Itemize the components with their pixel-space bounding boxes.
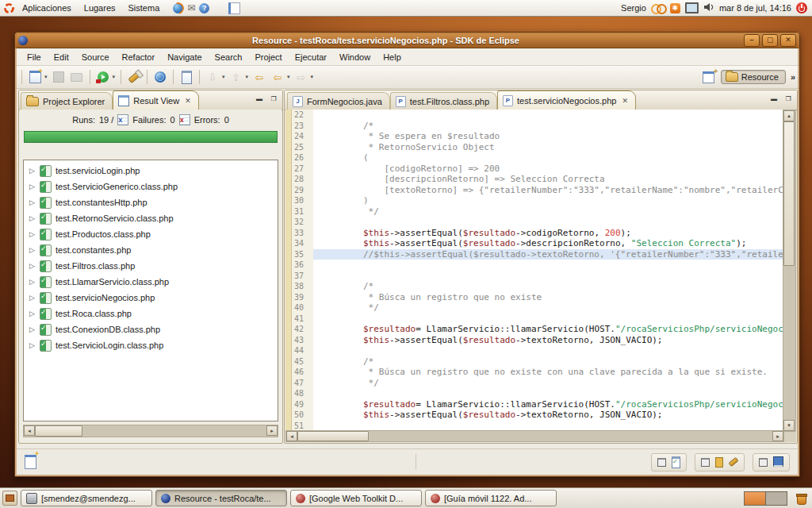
menu-search[interactable]: Search: [209, 50, 248, 64]
mail-icon[interactable]: ✉: [187, 3, 195, 13]
menu-help[interactable]: Help: [377, 50, 407, 64]
test-item[interactable]: ▷test.Roca.class.php: [24, 306, 278, 321]
test-item[interactable]: ▷test.RetornoServicio.class.php: [24, 210, 278, 226]
code-line[interactable]: 45 /*: [292, 356, 784, 368]
user-switcher-icon[interactable]: [651, 3, 665, 13]
expander-icon[interactable]: ▷: [29, 183, 36, 190]
code-line[interactable]: 29 [textoRetorno] => {"retailerNumber":"…: [292, 185, 784, 196]
quit-icon[interactable]: [796, 2, 807, 13]
editor-minimize-icon[interactable]: ▬: [768, 94, 779, 105]
editor-vscrollbar[interactable]: ▴ ▾: [783, 110, 796, 432]
code-line[interactable]: 36: [292, 260, 784, 271]
volume-icon[interactable]: [703, 2, 714, 13]
expander-icon[interactable]: ▷: [29, 294, 36, 302]
code-line[interactable]: 39 * Búsca un registro que no existe: [292, 292, 784, 303]
menu-project[interactable]: Project: [249, 50, 287, 64]
taskbar-window-button[interactable]: [Guía móvil 1122. Ad...: [425, 490, 557, 506]
view-maximize-icon[interactable]: ❒: [268, 94, 279, 105]
test-item[interactable]: ▷test.constantes.php: [24, 242, 278, 258]
close-button[interactable]: ✕: [780, 34, 796, 47]
code-line[interactable]: 33 $this->assertEqual($resultado->codigo…: [292, 228, 784, 239]
expander-icon[interactable]: ▷: [29, 167, 36, 175]
code-line[interactable]: 51: [292, 421, 784, 432]
code-line[interactable]: 24 * Se espera en $resultado: [292, 131, 784, 142]
expander-icon[interactable]: ▷: [29, 230, 36, 238]
code-line[interactable]: 46 * Búsca un registro que no existe con…: [292, 367, 784, 378]
code-line[interactable]: 25 * RetornoServicio Object: [292, 142, 784, 153]
expander-icon[interactable]: ▷: [29, 262, 36, 270]
save-icon[interactable]: [52, 70, 66, 84]
back-history-icon[interactable]: ⇦: [270, 70, 285, 84]
menu-source[interactable]: Source: [76, 50, 115, 64]
back-icon[interactable]: ⇦: [252, 70, 266, 84]
expander-icon[interactable]: ▷: [29, 198, 36, 206]
code-area[interactable]: 2223 /*24 * Se espera en $resultado25 * …: [292, 110, 784, 432]
code-line[interactable]: 23 /*: [292, 121, 784, 132]
minimize-button[interactable]: –: [744, 34, 760, 47]
perspective-resource-button[interactable]: Resource: [721, 70, 786, 84]
search-view-shortcut[interactable]: [695, 453, 745, 471]
code-line[interactable]: 41: [292, 314, 784, 325]
open-perspective-icon[interactable]: [702, 70, 716, 84]
code-line[interactable]: 40 */: [292, 302, 784, 314]
show-desktop-icon[interactable]: [2, 491, 17, 506]
last-edit-down-icon[interactable]: ⇩: [205, 70, 220, 84]
expander-icon[interactable]: ▷: [29, 278, 36, 286]
menu-window[interactable]: Window: [334, 50, 376, 64]
code-line[interactable]: 42 $resultado= LlamarServicio::llamarSer…: [292, 324, 784, 335]
menu-edit[interactable]: Edit: [48, 50, 75, 64]
help-icon[interactable]: ?: [199, 3, 209, 13]
forward-icon[interactable]: ⇨: [294, 70, 308, 84]
code-line[interactable]: 50 $this->assertEqual($resultado->textoR…: [292, 410, 784, 421]
console-view-shortcut[interactable]: [753, 453, 790, 471]
search-icon[interactable]: [127, 70, 141, 84]
test-item[interactable]: ▷test.LlamarServicio.class.php: [24, 274, 278, 290]
code-line[interactable]: 34 $this->assertEqual($resultado->descri…: [292, 238, 784, 249]
menu-navigate[interactable]: Navigate: [162, 50, 207, 64]
menu-aplicaciones[interactable]: Aplicaciones: [17, 2, 77, 14]
code-line[interactable]: 48: [292, 388, 784, 399]
maximize-button[interactable]: ▢: [762, 34, 778, 47]
fast-view-icon[interactable]: [25, 455, 36, 469]
editor-tab-formnegocios-java[interactable]: JFormNegocios.java: [287, 92, 390, 110]
code-line[interactable]: 30 ): [292, 195, 784, 206]
menu-sistema[interactable]: Sistema: [123, 2, 166, 14]
code-line[interactable]: 37: [292, 271, 784, 282]
code-line[interactable]: 43 $this->assertEqual($resultado->textoR…: [292, 335, 784, 346]
test-item[interactable]: ▷test.servicioNegocios.php: [24, 290, 278, 306]
menu-lugares[interactable]: Lugares: [79, 2, 121, 14]
menu-refactor[interactable]: Refactor: [117, 50, 161, 64]
test-item[interactable]: ▷test.ServicioGenerico.class.php: [24, 179, 278, 194]
code-line[interactable]: 27 [codigoRetorno] => 200: [292, 164, 784, 175]
firefox-icon[interactable]: [173, 3, 183, 13]
test-item[interactable]: ▷test.ConexionDB.class.php: [24, 321, 278, 337]
code-line[interactable]: 49 $resultado= LlamarServicio::llamarSer…: [292, 399, 784, 410]
code-line[interactable]: 26 (: [292, 152, 784, 164]
taskbar-window-button[interactable]: Resource - testRoca/te...: [155, 490, 287, 506]
expander-icon[interactable]: ▷: [29, 214, 36, 222]
taskbar-window-button[interactable]: [smendez@smendezg...: [21, 490, 152, 506]
code-line[interactable]: 32: [292, 217, 784, 228]
web-browser-icon[interactable]: [153, 70, 167, 84]
view-tab-result-view[interactable]: Result View✕: [113, 90, 198, 110]
update-manager-icon[interactable]: ✱: [670, 3, 680, 13]
display-icon[interactable]: [685, 2, 699, 13]
perspective-more-chevron[interactable]: »: [791, 72, 795, 82]
annotation-ruler[interactable]: [285, 110, 292, 432]
test-item[interactable]: ▷test.constantesHttp.php: [24, 194, 278, 210]
view-minimize-icon[interactable]: ▬: [254, 94, 265, 105]
last-edit-up-icon[interactable]: ⇧: [229, 70, 243, 84]
user-name[interactable]: Sergio: [621, 3, 646, 13]
ubuntu-logo-icon[interactable]: [3, 2, 15, 14]
code-line[interactable]: 44: [292, 345, 784, 356]
workspace-1[interactable]: [745, 492, 765, 505]
workspace-2[interactable]: [765, 492, 787, 505]
expander-icon[interactable]: ▷: [29, 246, 36, 254]
test-item[interactable]: ▷test.ServicioLogin.class.php: [24, 337, 278, 353]
test-item[interactable]: ▷test.servicioLogin.php: [24, 163, 278, 179]
close-tab-icon[interactable]: ✕: [622, 97, 628, 105]
clock[interactable]: mar 8 de jul, 14:16: [719, 3, 791, 13]
view-tab-project-explorer[interactable]: Project Explorer: [21, 92, 113, 110]
window-titlebar[interactable]: Resource - testRoca/test.servicioNegocio…: [15, 33, 799, 48]
code-line[interactable]: 31 */: [292, 206, 784, 217]
